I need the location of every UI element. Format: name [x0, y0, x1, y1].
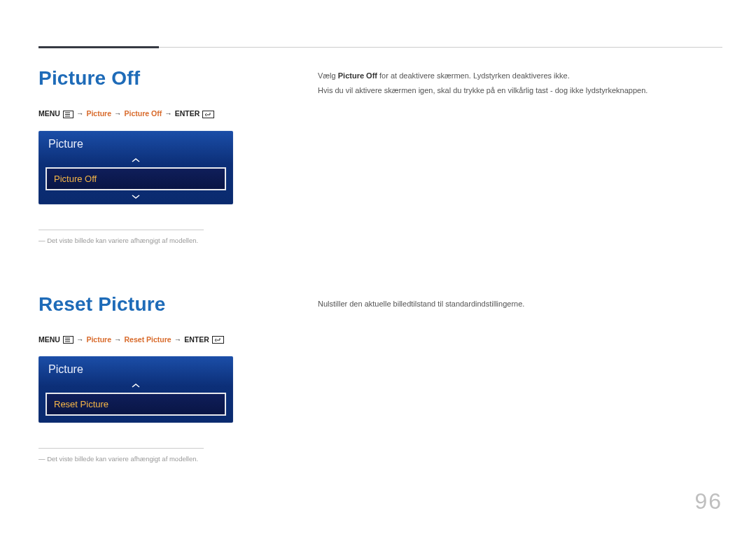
menu1-header: Picture — [38, 131, 233, 155]
arrow-icon: → — [76, 335, 84, 344]
body1-post: for at deaktivere skærmen. Lydstyrken de… — [377, 71, 570, 80]
breadcrumb-2: MENU → Picture → Reset Picture → ENTER — [38, 335, 262, 344]
right-column-2: Nulstiller den aktuelle billedtilstand t… — [318, 300, 722, 308]
chevron-up-icon[interactable] — [38, 380, 233, 391]
menu-icon — [63, 335, 74, 344]
menu2-header: Picture — [38, 356, 233, 380]
menu-icon — [63, 109, 74, 118]
left-column: Picture Off MENU → Picture → Picture Off… — [38, 67, 262, 463]
arrow-icon: → — [174, 335, 182, 344]
bc2-resetpicture: Reset Picture — [125, 335, 172, 344]
top-rule-accent — [38, 46, 159, 48]
arrow-icon: → — [114, 109, 122, 118]
body1-bold: Picture Off — [338, 71, 377, 80]
page-number: 96 — [694, 489, 722, 514]
right-column-1: Vælg Picture Off for at deaktivere skærm… — [318, 70, 722, 97]
page: { "pageNumber": "96", "section1": { "tit… — [0, 0, 756, 534]
menu-panel-1: Picture Picture Off — [38, 131, 233, 204]
bc1-picture: Picture — [86, 109, 111, 118]
bc2-picture: Picture — [86, 335, 111, 344]
footnote-rule-2 — [38, 448, 204, 449]
breadcrumb-1: MENU → Picture → Picture Off → ENTER — [38, 109, 262, 118]
menu2-selected-item[interactable]: Reset Picture — [46, 393, 226, 416]
bc2-menu: MENU — [38, 335, 60, 344]
bc1-pictureoff: Picture Off — [125, 109, 162, 118]
arrow-icon: → — [114, 335, 122, 344]
body2: Nulstiller den aktuelle billedtilstand t… — [318, 300, 722, 308]
section-2: Reset Picture MENU → Picture → Reset Pic… — [38, 293, 262, 463]
arrow-icon: → — [76, 109, 84, 118]
footnote-rule-1 — [38, 230, 204, 230]
enter-icon — [202, 109, 214, 118]
menu1-selected-item[interactable]: Picture Off — [46, 167, 226, 190]
body1-line2: Hvis du vil aktivere skærmen igen, skal … — [318, 85, 722, 97]
arrow-icon: → — [164, 109, 172, 118]
bc1-enter: ENTER — [175, 109, 200, 118]
enter-icon — [212, 335, 224, 344]
chevron-down-icon[interactable] — [38, 193, 233, 204]
bc2-enter: ENTER — [184, 335, 209, 344]
section2-title: Reset Picture — [38, 293, 262, 316]
chevron-up-icon[interactable] — [38, 155, 233, 166]
footnote-2: Det viste billede kan variere afhængigt … — [38, 455, 262, 463]
bc1-menu: MENU — [38, 109, 60, 118]
footnote-1: Det viste billede kan variere afhængigt … — [38, 237, 262, 244]
body1-pre: Vælg — [318, 71, 338, 80]
menu-panel-2: Picture Reset Picture — [38, 356, 233, 423]
section1-title: Picture Off — [38, 67, 262, 90]
body1-line1: Vælg Picture Off for at deaktivere skærm… — [318, 70, 722, 83]
